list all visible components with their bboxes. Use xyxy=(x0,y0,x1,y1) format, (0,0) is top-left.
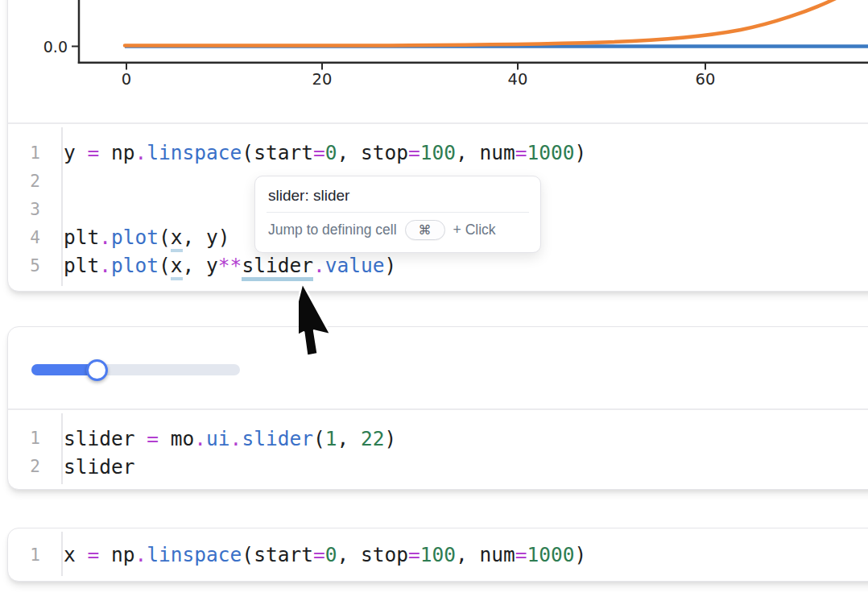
cmd-key-icon: ⌘ xyxy=(405,220,445,240)
click-hint: + Click xyxy=(453,222,496,238)
code-text: slider = mo.ui.slider(1, 22) xyxy=(51,427,396,450)
gutter-divider xyxy=(61,532,63,576)
slider-thumb[interactable] xyxy=(86,359,108,381)
notebook-page: 1 y = np.linspace(start=0, stop=100, num… xyxy=(0,0,868,601)
code-text: plt.plot(x, y) xyxy=(51,226,230,249)
code-line[interactable]: 1 x = np.linspace(start=0, stop=100, num… xyxy=(8,541,868,569)
code-line[interactable]: 1 slider = mo.ui.slider(1, 22) xyxy=(8,425,868,453)
code-text: y = np.linspace(start=0, stop=100, num=1… xyxy=(51,141,586,164)
code-line[interactable]: 1 y = np.linspace(start=0, stop=100, num… xyxy=(8,139,868,167)
cell-x: 1 x = np.linspace(start=0, stop=100, num… xyxy=(7,528,868,582)
line-number: 1 xyxy=(8,143,51,163)
line-number: 3 xyxy=(8,200,51,219)
code-line[interactable]: 2 slider xyxy=(8,453,868,481)
gutter-divider xyxy=(61,127,63,286)
variable-tooltip: slider: slider Jump to defining cell ⌘ +… xyxy=(254,176,541,253)
slider-track[interactable] xyxy=(31,364,240,375)
tooltip-action-row: Jump to defining cell ⌘ + Click xyxy=(255,213,540,247)
line-number: 2 xyxy=(8,172,51,191)
line-number: 1 xyxy=(8,429,51,448)
code-editor[interactable]: 1 slider = mo.ui.slider(1, 22) 2 slider xyxy=(8,410,868,490)
code-line[interactable]: 5 plt.plot(x, y**slider.value) xyxy=(8,251,868,280)
jump-to-cell-hint[interactable]: Jump to defining cell xyxy=(268,222,397,238)
cell-slider: 1 slider = mo.ui.slider(1, 22) 2 slider xyxy=(7,326,868,490)
code-text: plt.plot(x, y**slider.value) xyxy=(51,254,396,277)
line-number: 4 xyxy=(8,228,51,247)
code-text: x = np.linspace(start=0, stop=100, num=1… xyxy=(51,543,586,566)
gutter-divider xyxy=(61,413,63,485)
code-text: slider xyxy=(51,455,135,479)
line-number: 5 xyxy=(8,256,51,276)
line-number: 2 xyxy=(8,457,51,476)
tooltip-title: slider: slider xyxy=(255,176,540,212)
code-editor[interactable]: 1 x = np.linspace(start=0, stop=100, num… xyxy=(8,528,868,581)
line-number: 1 xyxy=(8,545,51,565)
